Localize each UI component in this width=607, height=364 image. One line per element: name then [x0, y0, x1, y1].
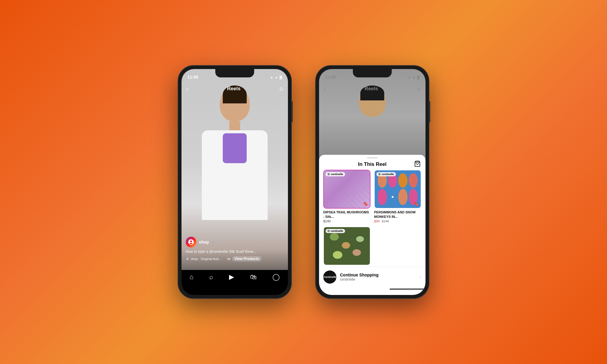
store-badge-1: centinelle — [326, 172, 345, 176]
home-indicator-2 — [390, 288, 425, 290]
bookmark-button-1[interactable]: 🔖 — [363, 201, 368, 206]
nav-bar: ‹ Reels ⊙ — [182, 82, 288, 95]
store-dot-3 — [327, 230, 330, 232]
status-bar: 11:09 ▲ ▲ ▓ — [182, 69, 288, 82]
battery-icon-2: ▓ — [417, 75, 420, 79]
product-card-3[interactable]: centinelle — [323, 227, 370, 265]
product-card-1[interactable]: centinelle 🔖 DIPSEA TRAIL MUSHROOMS - Si… — [323, 170, 370, 223]
bottom-nav: ⌂ ⌕ ▶ 🛍 ◯ — [182, 270, 288, 295]
nav-profile[interactable]: ◯ — [272, 273, 280, 281]
bottom-overlay: shop ✓ How to style a @centinelle Silk S… — [182, 233, 288, 265]
phone-1: 11:09 ▲ ▲ ▓ ‹ Reels ⊙ — [178, 65, 292, 299]
status-bar-2: 11:09 ▲ ▲ ▓ — [319, 69, 425, 82]
sheet-header: In This Reel — [319, 158, 425, 170]
nav-bar-2: ‹ Reels ⊙ — [319, 82, 425, 95]
store-name-1: centinelle — [331, 173, 343, 176]
product-name-1: DIPSEA TRAIL MUSHROOMS - Silk... — [323, 210, 370, 219]
store-badge-3: centinelle — [326, 229, 345, 233]
separator: · — [224, 257, 225, 261]
nav-home[interactable]: ⌂ — [190, 273, 193, 281]
product-price-1: $140 — [323, 219, 370, 223]
person-silhouette — [196, 87, 274, 236]
view-products-button[interactable]: View Products — [232, 256, 261, 261]
shop-handle: centinelle — [340, 277, 420, 282]
caption: How to style a @centinelle Silk Scarf th… — [186, 249, 284, 254]
continue-shopping[interactable]: Centinelle Continue Shopping centinelle … — [319, 267, 425, 287]
product-card-2[interactable]: centinelle 🔖 PERSIMMONS AND SNOW MONKEYS… — [374, 170, 421, 223]
phone-2: 11:09 ▲ ▲ ▓ ‹ Reels ⊙ In This Reel — [315, 65, 429, 299]
product-image-1: centinelle 🔖 — [323, 170, 370, 209]
products-grid: centinelle 🔖 DIPSEA TRAIL MUSHROOMS - Si… — [319, 170, 425, 265]
status-icons-2: ▲ ▲ ▓ — [408, 75, 420, 79]
scarf — [223, 133, 247, 163]
camera-button[interactable]: ⊙ — [279, 86, 283, 92]
cart-icon[interactable] — [414, 160, 421, 169]
shop-info: Continue Shopping centinelle — [340, 273, 420, 282]
caption-text: How to style a @centinelle Silk Scarf th… — [186, 250, 256, 254]
battery-icon: ▓ — [280, 75, 282, 79]
nav-title: Reels — [227, 86, 240, 92]
nav-title-2: Reels — [364, 86, 378, 92]
bookmark-button-2[interactable]: 🔖 — [414, 201, 419, 206]
shop-name: Continue Shopping — [340, 273, 420, 277]
store-dot-1 — [327, 173, 330, 175]
profile-icon: ◯ — [272, 273, 280, 281]
price-value-1: $140 — [323, 219, 330, 223]
status-icons: ▲ ▲ ▓ — [270, 75, 282, 79]
nav-reels[interactable]: ▶ — [229, 273, 234, 281]
back-button-2[interactable]: ‹ — [324, 85, 326, 92]
neck — [229, 121, 240, 130]
back-button[interactable]: ‹ — [186, 85, 188, 92]
wifi-icon: ▲ — [275, 75, 278, 79]
phones-container: 11:09 ▲ ▲ ▓ ‹ Reels ⊙ — [178, 65, 429, 299]
price-orig-2: $140 — [382, 219, 389, 223]
audio-row: ⏸ shop · Original Aud... · 🛍 View Produc… — [186, 256, 284, 261]
bottom-sheet: In This Reel — [319, 155, 425, 295]
store-badge-2: centinelle — [376, 172, 396, 176]
shop-avatar-text: Centinelle — [323, 276, 336, 279]
sheet-title: In This Reel — [358, 161, 386, 167]
product-price-2: $98 $140 — [374, 219, 421, 223]
status-time: 11:09 — [187, 75, 198, 79]
reels-icon: ▶ — [229, 273, 234, 281]
store-name-3: centinelle — [331, 230, 343, 233]
store-dot-2 — [378, 173, 381, 175]
verified-icon: ✓ — [212, 240, 215, 244]
body — [202, 130, 268, 220]
shop-bag-icon: 🛍 — [227, 257, 230, 261]
product-image-2: centinelle 🔖 — [374, 170, 421, 209]
product-image-3: centinelle — [323, 227, 370, 265]
shop-avatar: Centinelle — [323, 270, 336, 284]
shop-icon: 🛍 — [250, 273, 257, 281]
user-row: shop ✓ — [186, 237, 284, 247]
avatar[interactable] — [186, 237, 196, 247]
phone-1-screen: 11:09 ▲ ▲ ▓ ‹ Reels ⊙ — [182, 69, 288, 295]
price-sale-2: $98 — [374, 219, 379, 223]
product-name-2: PERSIMMONS AND SNOW MONKEYS IN... — [374, 210, 421, 219]
search-icon: ⌕ — [209, 273, 213, 281]
store-name-2: centinelle — [382, 173, 394, 176]
status-time-2: 11:09 — [325, 75, 336, 79]
wifi-icon-2: ▲ — [412, 75, 416, 79]
signal-icon-2: ▲ — [408, 75, 411, 79]
phone-2-screen: 11:09 ▲ ▲ ▓ ‹ Reels ⊙ In This Reel — [319, 69, 425, 295]
camera-button-2[interactable]: ⊙ — [417, 86, 421, 92]
nav-search[interactable]: ⌕ — [209, 273, 213, 281]
more-link[interactable]: more — [257, 250, 266, 254]
music-icon: ⏸ — [186, 257, 189, 261]
home-icon: ⌂ — [190, 273, 193, 281]
chevron-right-icon: › — [420, 274, 421, 280]
audio-text: shop · Original Aud... — [191, 257, 221, 261]
nav-shop[interactable]: 🛍 — [250, 273, 257, 281]
signal-icon: ▲ — [270, 75, 273, 79]
username[interactable]: shop — [199, 240, 209, 244]
